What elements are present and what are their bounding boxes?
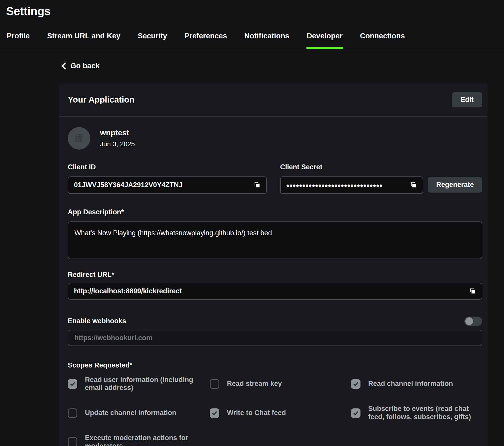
- credentials-row: Client ID 01JWVJ58Y364JA2912V0Y4ZTNJ Cli…: [68, 163, 482, 194]
- chevron-left-icon: [61, 62, 67, 70]
- tab-connections[interactable]: Connections: [359, 32, 406, 48]
- go-back-label: Go back: [70, 62, 100, 70]
- webhooks-row: Enable webhooks: [68, 317, 482, 326]
- enable-webhooks-toggle[interactable]: [464, 317, 482, 326]
- tab-security[interactable]: Security: [137, 32, 168, 48]
- scope-label: Read channel information: [368, 380, 453, 388]
- checkbox-checked-write-to-chat-feed[interactable]: [210, 408, 219, 418]
- redirect-label: Redirect URL*: [68, 271, 482, 279]
- app-identity: wnptest Jun 3, 2025: [68, 127, 482, 150]
- tab-profile[interactable]: Profile: [6, 32, 30, 48]
- toggle-knob: [465, 317, 473, 325]
- app-meta: wnptest Jun 3, 2025: [100, 128, 135, 148]
- app-created-date: Jun 3, 2025: [100, 140, 135, 148]
- scope-item-execute-moderation-actions-for-moderator: Execute moderation actions for moderator…: [68, 434, 210, 446]
- section-title: Your Application: [68, 95, 134, 105]
- tab-stream-url-and-key[interactable]: Stream URL and Key: [47, 32, 121, 48]
- scope-item-read-stream-key: Read stream key: [210, 376, 351, 392]
- checkbox-unchecked-read-stream-key[interactable]: [210, 379, 219, 389]
- client-id-group: Client ID 01JWVJ58Y364JA2912V0Y4ZTNJ: [68, 163, 267, 194]
- redirect-section: Redirect URL* http://localhost:8899/kick…: [68, 271, 482, 300]
- tab-preferences[interactable]: Preferences: [184, 32, 227, 48]
- webhook-url-input[interactable]: [68, 330, 482, 346]
- scope-label: Read user information (including email a…: [85, 376, 203, 392]
- copy-icon[interactable]: [469, 288, 476, 295]
- scope-label: Read stream key: [227, 380, 282, 388]
- scopes-grid: Read user information (including email a…: [68, 376, 482, 446]
- card-header: Your Application Edit: [59, 84, 487, 117]
- scopes-label: Scopes Requested*: [68, 361, 482, 369]
- edit-button[interactable]: Edit: [452, 92, 482, 107]
- scope-label: Update channel information: [85, 409, 176, 417]
- client-id-label: Client ID: [68, 163, 267, 171]
- scope-item-subscribe-to-events-read-chat-feed-follo: Subscribe to events (read chat feed, fol…: [351, 405, 482, 421]
- scope-item-read-user-information-including-email-ad: Read user information (including email a…: [68, 376, 210, 392]
- settings-tabs: ProfileStream URL and KeySecurityPrefere…: [0, 32, 504, 48]
- tab-notifications[interactable]: Notifications: [244, 32, 290, 48]
- scope-label: Subscribe to events (read chat feed, fol…: [368, 405, 482, 421]
- client-secret-masked-value: ••••••••••••••••••••••••••••••: [286, 181, 383, 191]
- scopes-section: Scopes Requested* Read user information …: [68, 361, 482, 446]
- client-secret-group: Client Secret ••••••••••••••••••••••••••…: [280, 163, 423, 194]
- description-label: App Description*: [68, 208, 482, 216]
- regenerate-button[interactable]: Regenerate: [428, 177, 482, 193]
- client-secret-field[interactable]: ••••••••••••••••••••••••••••••: [280, 176, 423, 194]
- app-name: wnptest: [100, 128, 135, 137]
- client-id-value: 01JWVJ58Y364JA2912V0Y4ZTNJ: [74, 181, 183, 189]
- description-section: App Description* What's Now Playing (htt…: [68, 208, 482, 259]
- client-secret-label: Client Secret: [280, 163, 423, 171]
- checkbox-checked-read-user-information-includin[interactable]: [68, 379, 77, 389]
- description-field[interactable]: What's Now Playing (https://whatsnowplay…: [68, 221, 482, 259]
- webhooks-label: Enable webhooks: [68, 317, 126, 325]
- copy-icon[interactable]: [410, 182, 417, 188]
- client-id-field[interactable]: 01JWVJ58Y364JA2912V0Y4ZTNJ: [68, 176, 267, 194]
- checkbox-unchecked-update-channel-information[interactable]: [68, 408, 77, 418]
- app-avatar: [68, 127, 90, 150]
- go-back-link[interactable]: Go back: [61, 62, 100, 70]
- redirect-value: http://localhost:8899/kickredirect: [74, 287, 182, 295]
- media-icon: [72, 132, 86, 145]
- redirect-field[interactable]: http://localhost:8899/kickredirect: [68, 283, 482, 300]
- page-title: Settings: [0, 0, 504, 18]
- checkbox-unchecked-execute-moderation-actions-for[interactable]: [68, 437, 77, 446]
- checkbox-checked-subscribe-to-events-read-chat-[interactable]: [351, 408, 360, 418]
- application-card: Your Application Edit: [59, 84, 487, 446]
- checkbox-checked-read-channel-information[interactable]: [351, 379, 360, 389]
- scope-label: Write to Chat feed: [227, 409, 286, 417]
- scope-item-read-channel-information: Read channel information: [351, 376, 482, 392]
- card-body: wnptest Jun 3, 2025 Client ID 01JWVJ58Y3…: [59, 117, 487, 446]
- scope-label: Execute moderation actions for moderator…: [85, 434, 203, 446]
- scope-item-write-to-chat-feed: Write to Chat feed: [210, 405, 351, 421]
- copy-icon[interactable]: [254, 182, 261, 188]
- tab-developer[interactable]: Developer: [306, 32, 343, 48]
- scope-item-update-channel-information: Update channel information: [68, 405, 210, 421]
